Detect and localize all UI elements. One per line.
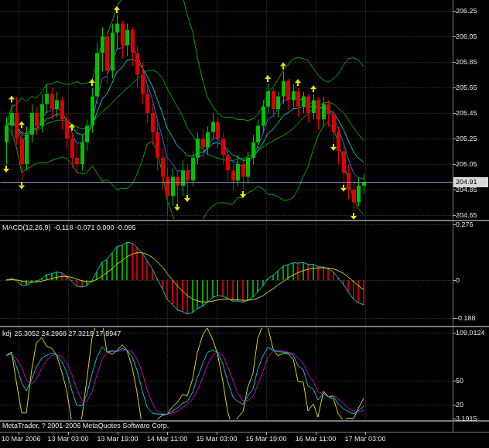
status-bar-text: MetaTrader, ? 2001-2006 MetaQuotes Softw… (2, 422, 169, 430)
kdj-scale-label: 109.0124 (456, 329, 485, 337)
time-axis-label: 17 Mar 03:00 (344, 435, 385, 443)
kdj-values: 25.3052 24.2968 27.3219 17.8947 (15, 330, 121, 337)
macd-indicator-label: MACD(12,26,9)-0.118 -0.071 0.000 -0.095 (2, 224, 138, 231)
price-scale-label: 205.65 (456, 84, 477, 91)
kdj-name: kdj (2, 330, 12, 337)
time-axis-label: 15 Mar 19:00 (245, 435, 286, 443)
kdj-scale-label: 3.1915 (456, 415, 477, 422)
current-price-box: 204.91 (453, 177, 488, 187)
macd-scale-label: -0.188 (456, 314, 476, 322)
time-axis-label: 15 Mar 03:00 (196, 435, 237, 443)
price-scale-label: 205.85 (456, 58, 477, 66)
macd-scale-label: 0.276 (456, 221, 474, 228)
macd-name: MACD(12,26,9) (2, 224, 51, 231)
metatrader-chart-window: MACD(12,26,9)-0.118 -0.071 0.000 -0.095 … (0, 0, 489, 448)
price-scale-label: 206.25 (456, 7, 477, 15)
price-scale-label: 205.05 (456, 160, 477, 168)
kdj-scale-label: 50 (456, 377, 463, 385)
time-axis-label: 16 Mar 11:00 (296, 435, 336, 443)
macd-scale-label: 0 (456, 276, 460, 284)
time-axis-label: 10 Mar 2006 (2, 435, 41, 443)
time-axis-label: 13 Mar 03:00 (47, 435, 88, 443)
kdj-indicator-label: kdj25.3052 24.2968 27.3219 17.8947 (2, 330, 124, 337)
price-scale-label: 205.25 (456, 135, 477, 142)
price-scale-label: 204.65 (456, 211, 477, 219)
macd-values: -0.118 -0.071 0.000 -0.095 (54, 224, 136, 231)
time-axis-label: 14 Mar 11:00 (147, 435, 187, 443)
time-axis-label: 13 Mar 19:00 (97, 435, 138, 443)
price-scale-label: 205.45 (456, 109, 477, 117)
price-scale-label: 206.05 (456, 32, 477, 40)
kdj-scale-label: 20 (456, 401, 463, 409)
